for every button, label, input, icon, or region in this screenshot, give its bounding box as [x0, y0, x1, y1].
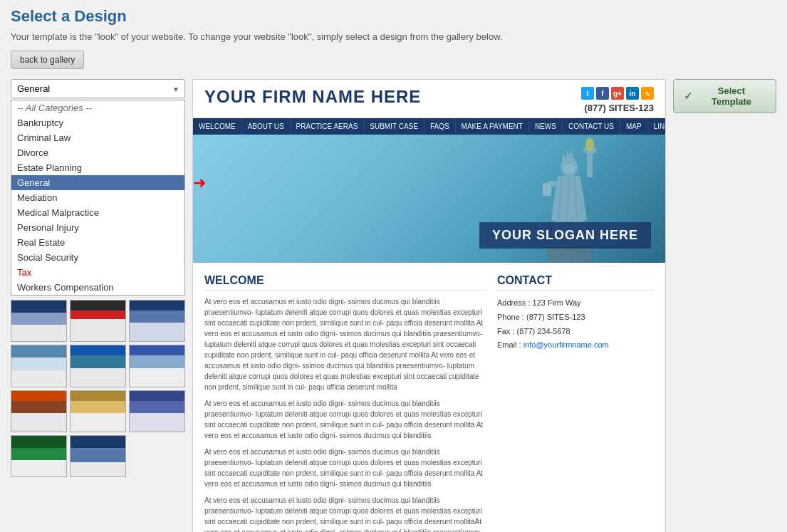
- nav-payment[interactable]: MAKE A PAYMENT: [456, 118, 529, 135]
- template-thumb-5[interactable]: [70, 345, 126, 387]
- address-value: 123 Firm Way: [533, 298, 581, 307]
- category-item-workers[interactable]: Workers Compensation: [11, 280, 184, 295]
- fax-value: (877) 234-5678: [517, 327, 570, 335]
- template-preview: YOUR FIRM NAME HERE t f g+ in ∿ (877) SI…: [192, 79, 666, 532]
- category-item-estate[interactable]: Estate Planning: [11, 160, 184, 175]
- svg-marker-4: [566, 150, 570, 158]
- fax-label: Fax :: [497, 327, 514, 335]
- contact-column: CONTACT Address : 123 Firm Way Phone : (…: [497, 274, 654, 532]
- svg-rect-7: [564, 165, 574, 173]
- social-icons: t f g+ in ∿: [581, 87, 654, 100]
- contact-heading: CONTACT: [497, 274, 654, 291]
- category-item-general[interactable]: General: [11, 175, 184, 190]
- phone-number: (877) SITES-123: [581, 103, 654, 113]
- rss-icon[interactable]: ∿: [641, 87, 654, 100]
- contact-address: Address : 123 Firm Way: [497, 296, 654, 311]
- page-title: Select a Design: [11, 7, 776, 26]
- phone-value: (877) SITES-123: [526, 313, 585, 321]
- svg-marker-6: [562, 152, 566, 160]
- category-item-tax[interactable]: Tax: [11, 265, 184, 280]
- right-panel: ✓ Select Template: [673, 79, 776, 113]
- category-item-social[interactable]: Social Security: [11, 250, 184, 265]
- category-item-mediation[interactable]: Mediation: [11, 190, 184, 205]
- preview-box: YOUR FIRM NAME HERE t f g+ in ∿ (877) SI…: [192, 79, 666, 532]
- address-label: Address :: [497, 298, 530, 307]
- contact-phone: Phone : (877) SITES-123: [497, 311, 654, 325]
- category-item-all[interactable]: -- All Categories --: [11, 100, 184, 115]
- nav-welcome[interactable]: WELCOME: [193, 118, 242, 135]
- email-value[interactable]: info@yourfirmname.com: [523, 340, 609, 349]
- template-thumb-7[interactable]: [11, 390, 67, 432]
- template-thumb-10[interactable]: [11, 435, 67, 477]
- nav-submit[interactable]: SUBMIT CASE: [364, 118, 424, 135]
- page-subtitle: Your template is the "look" of your webs…: [11, 31, 776, 42]
- category-item-personal[interactable]: Personal Injury: [11, 220, 184, 235]
- select-template-label: Select Template: [697, 85, 766, 107]
- nav-contact[interactable]: CONTACT US: [563, 118, 620, 135]
- nav-news[interactable]: NEWS: [529, 118, 563, 135]
- preview-header: YOUR FIRM NAME HERE t f g+ in ∿ (877) SI…: [193, 80, 665, 118]
- category-item-medical[interactable]: Medical Malpractice: [11, 205, 184, 220]
- contact-info: Address : 123 Firm Way Phone : (877) SIT…: [497, 296, 654, 353]
- nav-about[interactable]: ABOUT US: [242, 118, 291, 135]
- category-item-realestate[interactable]: Real Estate: [11, 235, 184, 250]
- template-thumb-2[interactable]: [70, 300, 126, 342]
- category-item-divorce[interactable]: Divorce: [11, 145, 184, 160]
- preview-content: WELCOME At vero eos et accusamus et iust…: [193, 263, 665, 532]
- contact-fax: Fax : (877) 234-5678: [497, 325, 654, 339]
- template-thumb-6[interactable]: [129, 345, 185, 387]
- svg-point-2: [585, 137, 594, 152]
- template-thumb-11[interactable]: [70, 435, 126, 477]
- template-thumb-8[interactable]: [70, 390, 126, 432]
- twitter-icon[interactable]: t: [581, 87, 594, 100]
- template-thumb-9[interactable]: [129, 390, 185, 432]
- svg-rect-9: [543, 183, 551, 196]
- preview-hero: YOUR SLOGAN HERE: [193, 135, 665, 263]
- preview-nav: WELCOME ABOUT US PRACTICE AERAS SUBMIT C…: [193, 118, 665, 135]
- lorem-p3: At vero eos et accusamus et iusto odio d…: [204, 447, 486, 489]
- category-item-criminal[interactable]: Criminal Law: [11, 130, 184, 145]
- category-dropdown[interactable]: General: [11, 79, 185, 98]
- select-template-button[interactable]: ✓ Select Template: [673, 79, 776, 113]
- header-right: t f g+ in ∿ (877) SITES-123: [581, 87, 654, 113]
- back-to-gallery-button[interactable]: back to gallery: [11, 51, 84, 69]
- welcome-column: WELCOME At vero eos et accusamus et iust…: [204, 274, 497, 532]
- arrow-indicator: ➜: [193, 174, 206, 192]
- template-thumb-4[interactable]: [11, 345, 67, 387]
- contact-email: Email : info@yourfirmname.com: [497, 338, 654, 353]
- lorem-p1: At vero eos et accusamus et iusto odio d…: [204, 296, 486, 392]
- nav-links[interactable]: LINKS: [648, 118, 666, 135]
- svg-marker-5: [569, 149, 573, 157]
- category-item-bankruptcy[interactable]: Bankruptcy: [11, 115, 184, 130]
- template-thumb-3[interactable]: [129, 300, 185, 342]
- linkedin-icon[interactable]: in: [626, 87, 639, 100]
- firm-name: YOUR FIRM NAME HERE: [204, 87, 421, 107]
- welcome-heading: WELCOME: [204, 274, 486, 291]
- slogan-box: YOUR SLOGAN HERE: [479, 222, 651, 249]
- check-icon: ✓: [684, 90, 693, 103]
- facebook-icon[interactable]: f: [596, 87, 609, 100]
- nav-map[interactable]: MAP: [620, 118, 648, 135]
- left-panel: General -- All Categories -- Bankruptcy …: [11, 79, 185, 477]
- lorem-p4: At vero eos et accusamus et iusto odio d…: [204, 495, 486, 532]
- nav-practice[interactable]: PRACTICE AERAS: [291, 118, 365, 135]
- lorem-p2: At vero eos et accusamus et iusto odio d…: [204, 398, 486, 441]
- template-thumb-1[interactable]: [11, 300, 67, 342]
- nav-faqs[interactable]: FAQS: [424, 118, 456, 135]
- category-list: -- All Categories -- Bankruptcy Criminal…: [11, 100, 185, 296]
- email-label: Email :: [497, 340, 521, 349]
- google-icon[interactable]: g+: [611, 87, 624, 100]
- template-thumbnails: [11, 300, 185, 477]
- phone-label: Phone :: [497, 313, 524, 321]
